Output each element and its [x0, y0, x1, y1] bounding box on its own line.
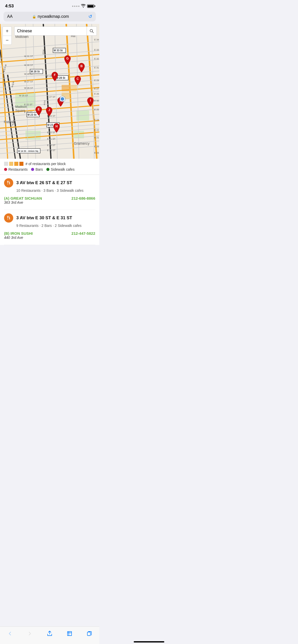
- signal-icon: [72, 6, 79, 7]
- legend-restaurants-dot: [4, 168, 7, 171]
- svg-text:E 20 ST: E 20 ST: [47, 144, 56, 147]
- search-button[interactable]: [87, 26, 97, 36]
- url-group: 🔒 nycwalkmap.com: [12, 14, 88, 19]
- block-section-a: 3 AV btw E 26 ST & E 27 ST 10 Restaurant…: [4, 175, 95, 210]
- block-section-b: 3 AV btw E 30 ST & E 31 ST 9 Restaurants…: [4, 210, 95, 245]
- legend-cafes-dot: [46, 168, 49, 171]
- legend-restaurants-item: Restaurants: [4, 167, 28, 171]
- legend-cafes-label: Sidewalk cafes: [51, 167, 74, 171]
- map-pin-i[interactable]: I: [87, 97, 94, 108]
- svg-text:E 26 ST: E 26 ST: [94, 152, 99, 154]
- search-box[interactable]: [14, 26, 97, 36]
- restaurant-item-b[interactable]: (B) IRON SUSHI 212-447-5822 440 3rd Ave: [4, 230, 95, 241]
- zoom-out-button[interactable]: −: [3, 36, 12, 45]
- legend-box-med: [14, 162, 18, 166]
- svg-text:E 33 ST: E 33 ST: [94, 49, 99, 51]
- svg-text:M 33 St: M 33 St: [54, 49, 63, 52]
- search-input[interactable]: [14, 26, 87, 36]
- svg-text:E 27 ST: E 27 ST: [47, 96, 56, 98]
- svg-text:E 22 ST: E 22 ST: [94, 129, 99, 131]
- legend-box-low: [9, 162, 13, 166]
- svg-text:M 14 St - Union Sq: M 14 St - Union Sq: [18, 150, 38, 152]
- map-container[interactable]: E 34 ST E 33 ST E 32 ST E 31 ST E 28 ST …: [0, 24, 99, 159]
- legend-density-label: # of restaurants per block: [25, 162, 66, 166]
- svg-text:G: G: [66, 57, 69, 60]
- map-pin-j[interactable]: J: [45, 107, 53, 118]
- browser-bar: AA 🔒 nycwalkmap.com ↺: [0, 10, 99, 24]
- svg-text:E 19 ST: E 19 ST: [47, 149, 56, 152]
- block-a-title: 3 AV btw E 26 ST & E 27 ST: [16, 180, 72, 185]
- legend-box-high: [19, 162, 23, 166]
- zoom-in-button[interactable]: +: [3, 26, 12, 36]
- legend-density-colors: [4, 162, 23, 166]
- restaurant-b-name[interactable]: (B) IRON SUSHI: [4, 231, 33, 236]
- map-pin-c[interactable]: C: [74, 76, 82, 86]
- map-pin-h[interactable]: H: [53, 123, 60, 134]
- legend-types-row: Restaurants Bars Sidewalk cafes: [4, 167, 95, 171]
- restaurant-a-name[interactable]: (A) GREAT SICHUAN: [4, 196, 42, 200]
- map-svg: E 34 ST E 33 ST E 32 ST E 31 ST E 28 ST …: [0, 24, 99, 159]
- restaurant-b-row[interactable]: (B) IRON SUSHI 212-447-5822: [4, 231, 95, 236]
- legend-density-row: # of restaurants per block: [4, 162, 95, 166]
- legend-box-empty: [4, 162, 8, 166]
- legend-bars-dot: [31, 168, 34, 171]
- status-time: 4:53: [5, 4, 14, 9]
- svg-text:M 28 St: M 28 St: [31, 70, 40, 73]
- svg-text:4-5-6: 4-5-6: [43, 100, 46, 105]
- url-bar[interactable]: AA 🔒 nycwalkmap.com ↺: [4, 12, 96, 21]
- svg-text:W 31 ST: W 31 ST: [24, 55, 33, 57]
- restaurant-a-row[interactable]: (A) GREAT SICHUAN 212-686-8866: [4, 196, 95, 200]
- svg-text:Square: Square: [15, 109, 25, 112]
- svg-text:E 24 ST: E 24 ST: [94, 119, 99, 121]
- svg-text:W 27 ST: W 27 ST: [24, 80, 33, 83]
- battery-icon: [87, 4, 94, 8]
- svg-text:E 31 ST: E 31 ST: [94, 66, 99, 69]
- svg-text:Gramercy: Gramercy: [74, 141, 89, 145]
- map-pin-f[interactable]: F: [51, 72, 59, 82]
- legend-bars-item: Bars: [31, 167, 43, 171]
- wifi-icon: [81, 4, 86, 8]
- svg-text:E 21 ST: E 21 ST: [47, 138, 56, 140]
- svg-text:E 25 ST: E 25 ST: [94, 145, 99, 148]
- map-pin-b[interactable]: B: [78, 63, 85, 74]
- block-a-stats: 10 Restaurants · 3 Bars · 3 Sidewalk caf…: [16, 188, 95, 193]
- svg-text:W 30 ST: W 30 ST: [24, 64, 33, 66]
- restaurant-a-address: 363 3rd Ave: [4, 200, 95, 204]
- svg-text:E 32 ST: E 32 ST: [94, 57, 99, 60]
- svg-text:C: C: [77, 77, 79, 81]
- map-controls[interactable]: + −: [3, 26, 12, 45]
- block-a-header: 3 AV btw E 26 ST & E 27 ST: [4, 178, 95, 187]
- svg-text:E 29 ST: E 29 ST: [94, 79, 99, 82]
- restaurant-a-phone[interactable]: 212-686-8866: [72, 196, 95, 200]
- svg-line-99: [92, 32, 94, 33]
- map-pin-g[interactable]: G: [64, 55, 71, 66]
- block-b-header: 3 AV btw E 30 ST & E 31 ST: [4, 213, 95, 223]
- block-b-title: 3 AV btw E 30 ST & E 31 ST: [16, 215, 72, 221]
- svg-text:E 26 ST: E 26 ST: [94, 93, 99, 95]
- svg-text:E: E: [38, 108, 40, 111]
- aa-text[interactable]: AA: [7, 14, 12, 19]
- reload-icon[interactable]: ↺: [88, 14, 92, 19]
- status-bar: 4:53: [0, 0, 99, 10]
- svg-text:W 25 ST: W 25 ST: [19, 94, 28, 97]
- restaurant-b-phone[interactable]: 212-447-5822: [72, 231, 95, 236]
- svg-text:F: F: [54, 73, 56, 77]
- legend: # of restaurants per block Restaurants B…: [0, 159, 99, 175]
- user-location-dot: [60, 96, 65, 101]
- fork-icon-b: [4, 213, 13, 223]
- status-icons: [72, 4, 94, 8]
- svg-text:W 26 ST: W 26 ST: [24, 87, 33, 89]
- svg-text:E 34 ST: E 34 ST: [94, 38, 99, 41]
- fork-icon-a: [4, 178, 13, 187]
- svg-text:J: J: [48, 108, 50, 112]
- svg-text:E 25 ST: E 25 ST: [94, 108, 99, 111]
- url-text: nycwalkmap.com: [38, 14, 69, 19]
- restaurant-item-a[interactable]: (A) GREAT SICHUAN 212-686-8866 363 3rd A…: [4, 195, 95, 206]
- svg-text:E 27 ST: E 27 ST: [94, 87, 99, 90]
- svg-text:E 30 ST: E 30 ST: [94, 99, 99, 102]
- svg-text:B: B: [80, 64, 83, 68]
- map-pin-e[interactable]: E: [35, 106, 43, 117]
- svg-text:4-5-6: 4-5-6: [42, 49, 45, 54]
- svg-rect-95: [62, 85, 69, 91]
- svg-text:H: H: [56, 125, 58, 128]
